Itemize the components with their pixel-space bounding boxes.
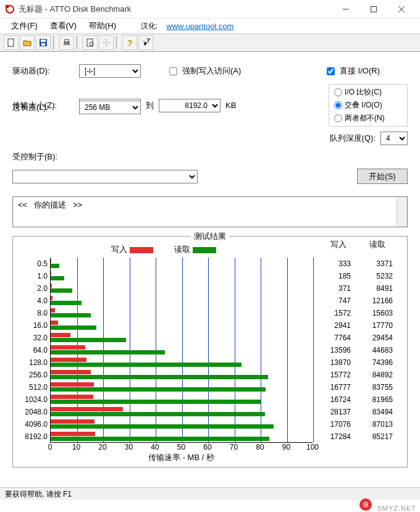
write-bar [51,333,70,337]
io-overlap-radio[interactable] [334,101,342,109]
controlled-select[interactable] [12,170,198,183]
direct-io-label: 直接 I/O(R) [340,65,408,77]
write-bar [51,296,52,300]
svg-text:?: ? [146,38,150,44]
menu-help[interactable]: 帮助(H) [83,19,122,33]
y-label: 128.0 [17,356,48,369]
write-value: 15772 [313,369,351,381]
start-button[interactable]: 开始(S) [357,169,408,184]
context-help-icon[interactable]: ? [138,35,153,50]
write-value: 13870 [313,356,351,369]
write-value: 28137 [313,406,351,418]
write-value: 2941 [313,319,351,332]
chart-x-label: 传输速率 - MB / 秒 [50,451,313,463]
qdepth-select[interactable]: 4 [380,132,408,145]
move-icon[interactable] [99,35,114,50]
read-bar [51,375,268,379]
read-bar [51,437,269,441]
write-bar [51,407,123,411]
read-value: 5232 [355,270,393,282]
io-mode-group: I/O 比较(C) 交叠 I/O(O) 两者都不(N) [329,84,408,127]
preview-icon[interactable] [83,35,98,50]
xfer-to-select[interactable]: 8192.0 [159,99,220,112]
read-bar [51,288,72,293]
svg-rect-6 [8,39,14,46]
read-bar [51,264,59,268]
read-value: 87013 [355,418,393,430]
menu-file[interactable]: 文件(F) [5,19,44,33]
write-value: 16724 [313,393,351,406]
write-value: 16777 [313,381,351,393]
write-bar [51,395,93,399]
read-value: 15603 [355,307,393,319]
menu-view[interactable]: 查看(V) [44,19,83,33]
write-value: 17076 [313,418,351,430]
y-label: 8.0 [17,307,48,319]
y-label: 16.0 [17,319,48,332]
y-label: 1.0 [17,270,48,282]
y-label: 256.0 [17,369,48,381]
x-tick: 30 [125,443,133,451]
description-box[interactable]: << 你的描述 >> [12,196,408,227]
svg-rect-8 [41,40,46,42]
read-bar [51,301,82,305]
total-select[interactable]: 256 MB [79,101,141,114]
open-icon[interactable] [20,35,35,50]
controlled-label: 受控制于(B): [12,151,57,162]
new-icon[interactable] [4,35,19,50]
xfer-to-label: 到 [146,100,154,111]
read-bar [51,276,64,280]
total-label: 总长度(L): [12,102,74,113]
save-icon[interactable] [36,35,51,50]
results-chart: 测试结果 写入 读取 写入 读取 0.51.02.04.08.016.032.0… [12,236,408,468]
y-label: 4.0 [17,295,48,307]
read-value: 83755 [355,381,393,393]
menu-cn-label: 汉化: [141,21,158,31]
print-icon[interactable] [59,35,74,50]
read-value: 44683 [355,344,393,356]
write-value: 371 [313,282,351,295]
y-label: 32.0 [17,332,48,344]
x-tick: 90 [282,443,290,451]
minimize-button[interactable] [332,0,359,19]
drive-select[interactable]: [-i-] [79,64,141,78]
read-bar [51,338,126,342]
maximize-button[interactable] [359,0,387,19]
x-tick: 0 [48,443,52,451]
force-write-checkbox[interactable] [169,67,177,75]
write-bar [51,382,94,387]
write-bar [51,283,52,288]
help-icon[interactable]: ? [122,35,137,50]
watermark-text: SMYZ.NET [377,505,416,512]
close-button[interactable] [387,0,415,19]
menu-cn-link[interactable]: www.upantool.com [166,22,233,31]
write-value: 1572 [313,307,351,319]
x-tick: 80 [256,443,264,451]
read-value: 85217 [355,430,393,443]
x-tick: 70 [230,443,238,451]
scrollbar[interactable] [397,197,407,227]
legend-read-swatch [193,247,216,253]
x-tick: 40 [151,443,159,451]
read-bar [51,400,261,404]
drive-label: 驱动器(D): [12,65,74,77]
direct-io-checkbox[interactable] [327,67,335,75]
read-value: 84892 [355,369,393,381]
y-label: 1024.0 [17,393,48,406]
write-bar [51,345,85,350]
io-neither-radio[interactable] [334,114,342,122]
menu-bar: 文件(F) 查看(V) 帮助(H) 汉化: www.upantool.com [0,19,420,33]
svg-rect-1 [6,5,9,8]
read-value: 17770 [355,319,393,332]
io-compare-radio[interactable] [334,88,342,96]
settings-panel: 驱动器(D): [-i-] 强制写入访问(A) 直接 I/O(R) 传输大小(Z… [0,52,420,196]
read-value: 81965 [355,393,393,406]
y-label: 0.5 [17,258,48,270]
read-bar [51,325,96,330]
read-bar [51,363,242,367]
write-bar [51,259,51,263]
svg-rect-3 [371,6,376,12]
read-value: 8491 [355,282,393,295]
read-value: 83494 [355,406,393,418]
y-label: 64.0 [17,344,48,356]
